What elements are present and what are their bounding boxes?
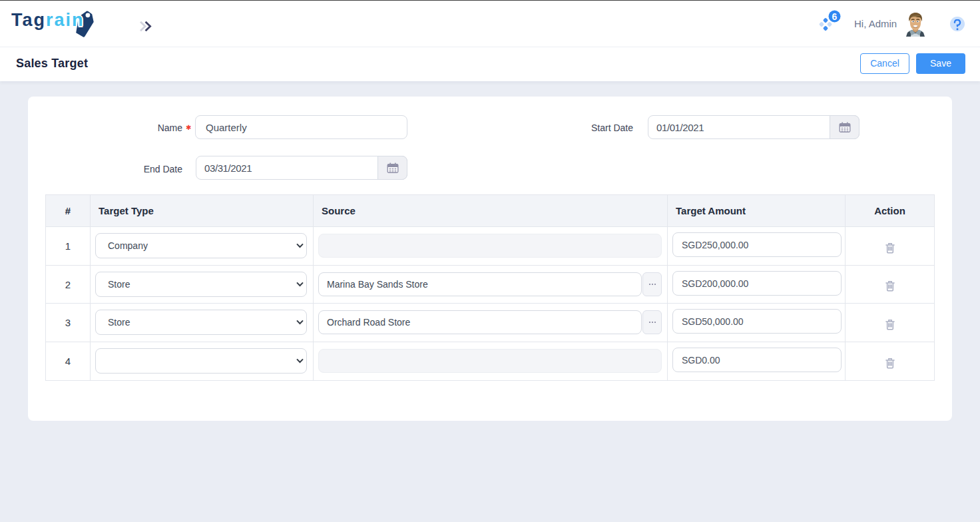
svg-text:6: 6 bbox=[832, 11, 838, 22]
